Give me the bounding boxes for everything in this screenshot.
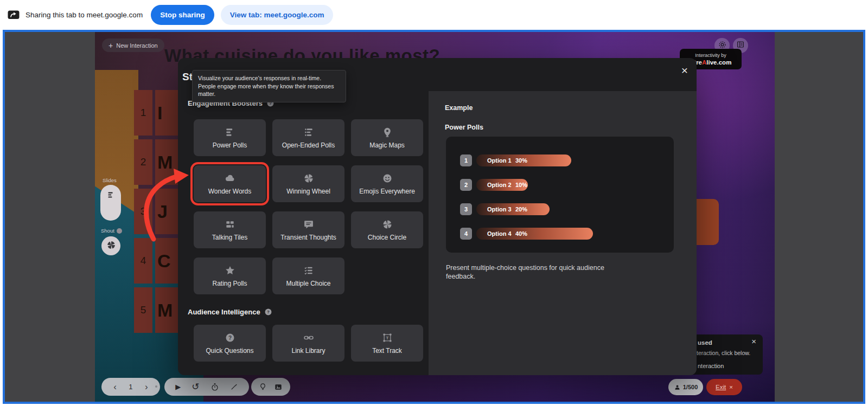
playback-pill: ▶ ↺ <box>164 378 249 396</box>
image-button[interactable] <box>274 383 283 391</box>
smiley-icon <box>382 173 393 184</box>
presentation-stage: + New Interaction What cuisine do you li… <box>95 32 775 402</box>
tile-label: Wonder Words <box>208 188 252 195</box>
branding-line1: Interactivity by <box>695 53 726 58</box>
exit-button[interactable]: Exit × <box>706 379 742 395</box>
tile-label: Rating Polls <box>212 280 247 287</box>
stop-sharing-button[interactable]: Stop sharing <box>151 5 214 25</box>
tile-link-library[interactable]: Link Library <box>272 325 344 362</box>
tile-winning-wheel[interactable]: Winning Wheel <box>272 165 344 202</box>
tile-emojis-everywhere[interactable]: Emojis Everywhere <box>351 165 423 202</box>
option-label: Option 1 <box>487 157 512 164</box>
option-percentage: 10% <box>515 182 527 188</box>
timer-button[interactable] <box>210 383 219 391</box>
tile-transient-thoughts[interactable]: Transient Thoughts <box>272 211 344 248</box>
list-item-text: C <box>155 238 181 284</box>
tile-multiple-choice[interactable]: Multiple Choice <box>272 258 344 294</box>
slides-widget[interactable] <box>100 185 121 221</box>
option-bar: Option 320% <box>476 203 550 215</box>
close-icon: × <box>729 384 733 390</box>
wheel-icon <box>106 240 116 252</box>
svg-text:?: ? <box>228 334 231 340</box>
list-item-text: M <box>155 287 181 333</box>
example-poll-chart: 1Option 130%2Option 210%3Option 320%4Opt… <box>446 137 674 253</box>
pointer-button[interactable] <box>230 383 238 391</box>
list-item: 3J <box>134 189 181 234</box>
tab-share-icon <box>7 9 20 22</box>
audience-count: 1/500 <box>683 384 698 390</box>
list-item-text: M <box>155 139 181 185</box>
list-number: 2 <box>134 139 152 185</box>
open-list-icon <box>303 127 314 138</box>
text-frame-icon: T <box>382 332 393 343</box>
poll-option-row: 4Option 440% <box>460 228 674 240</box>
tile-label: Choice Circle <box>368 234 406 241</box>
tile-open-ended-polls[interactable]: Open-Ended Polls <box>272 119 344 156</box>
audience-count-pill[interactable]: 1/500 <box>668 379 703 395</box>
toast-close-icon[interactable]: × <box>751 337 756 346</box>
option-number-chip: 4 <box>460 228 472 240</box>
modal-close-icon[interactable]: × <box>681 65 688 76</box>
option-label: Option 4 <box>487 230 512 237</box>
link-icon <box>303 332 314 343</box>
tooltip: Visualize your audience's responses in r… <box>192 70 346 102</box>
poll-option-row: 2Option 210% <box>460 179 674 191</box>
option-number-chip: 3 <box>460 203 472 215</box>
option-bar: Option 440% <box>476 228 593 240</box>
option-label: Option 2 <box>487 182 512 188</box>
view-tab-button[interactable]: View tab: meet.google.com <box>221 5 334 25</box>
tile-rating-polls[interactable]: Rating Polls <box>194 258 266 294</box>
highlight-button[interactable] <box>259 383 267 391</box>
location-pin-icon <box>382 127 393 138</box>
tile-label: Quick Questions <box>206 347 253 355</box>
tile-text-track[interactable]: TText Track <box>351 325 423 362</box>
tile-label: Power Polls <box>213 141 247 149</box>
wheel-icon <box>303 173 314 184</box>
slides-widget-label: Slides <box>103 177 117 183</box>
question-circle-icon: ? <box>225 332 235 343</box>
toast-title: used <box>698 339 712 346</box>
list-item-text: I <box>155 90 181 136</box>
list-item: 5M <box>134 287 181 333</box>
tile-power-polls[interactable]: Power Polls <box>194 119 266 156</box>
tiles-icon <box>225 219 235 230</box>
option-percentage: 20% <box>515 206 527 213</box>
list-number: 3 <box>134 189 152 234</box>
tile-magic-maps[interactable]: Magic Maps <box>351 119 423 156</box>
reset-button[interactable]: ↺ <box>192 382 199 391</box>
chat-bubble-icon <box>303 219 314 230</box>
shout-widget-label: Shout <box>101 228 122 234</box>
cloud-icon <box>225 173 235 184</box>
shout-badge <box>117 228 122 234</box>
audience-intelligence-grid: ?Quick QuestionsLink LibraryTText Track <box>194 325 423 362</box>
star-icon <box>225 265 235 276</box>
share-message: Sharing this tab to meet.google.com <box>25 11 143 19</box>
section-label-audience-intelligence: Audience Intelligence ? <box>188 308 272 316</box>
toast-body: teraction, click below. <box>697 350 750 356</box>
wheel-icon <box>382 219 393 230</box>
option-label: Option 3 <box>487 206 512 213</box>
list-item-text: J <box>155 189 181 234</box>
interaction-picker-modal: Sta × Visualize your audience's response… <box>178 58 697 375</box>
plus-icon: + <box>108 42 113 49</box>
slide-page-number: 1 <box>129 383 132 391</box>
tile-wonder-words[interactable]: Wonder Words <box>194 165 266 202</box>
new-interaction-button[interactable]: + New Interaction <box>102 38 164 52</box>
option-percentage: 30% <box>515 157 527 164</box>
list-number: 5 <box>134 287 152 333</box>
toast-action[interactable]: nteraction <box>698 363 724 369</box>
list-item: 2M <box>134 139 181 185</box>
tile-label: Transient Thoughts <box>280 234 336 241</box>
next-slide-button[interactable]: › <box>145 382 148 391</box>
poll-bars-icon <box>107 191 115 221</box>
list-item: 4C <box>134 238 181 284</box>
tile-choice-circle[interactable]: Choice Circle <box>351 211 423 248</box>
help-icon[interactable]: ? <box>264 308 272 316</box>
tile-quick-questions[interactable]: ?Quick Questions <box>194 325 266 362</box>
tile-label: Link Library <box>291 347 325 355</box>
prev-slide-button[interactable]: ‹ <box>113 382 117 391</box>
poll-option-row: 1Option 130% <box>460 154 674 166</box>
play-button[interactable]: ▶ <box>175 383 181 390</box>
tile-talking-tiles[interactable]: Talking Tiles <box>194 211 266 248</box>
shout-widget[interactable] <box>101 236 120 255</box>
